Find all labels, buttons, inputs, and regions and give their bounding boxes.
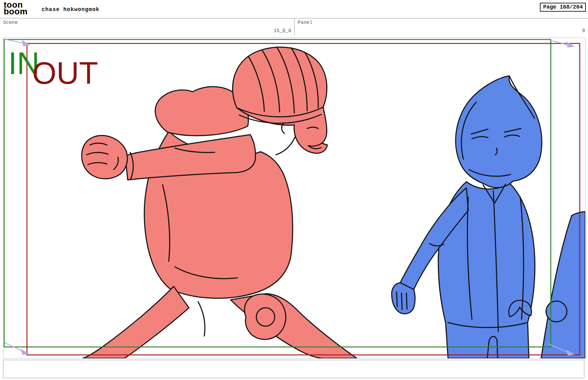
panel-cell: Panel 9	[295, 18, 588, 35]
scene-value: 15_D_6	[273, 28, 294, 35]
red-ok-hand	[244, 294, 286, 339]
panel-value: 9	[582, 28, 588, 35]
camera-out-label: OUT	[32, 56, 98, 91]
red-left-leg	[83, 286, 189, 358]
scene-panel-row: Scene 15_D_6 Panel 9	[0, 18, 588, 35]
panel-label: Panel	[295, 18, 588, 25]
page-number-badge: Page 168/264	[540, 3, 586, 12]
blue-skateboard	[541, 212, 585, 358]
caption-box	[3, 360, 584, 378]
red-character	[82, 47, 357, 358]
blue-hood	[456, 76, 542, 188]
camera-arrowhead-top-right	[567, 42, 574, 47]
red-fist	[82, 136, 127, 179]
storyboard-panel: IN OUT	[3, 38, 586, 359]
project-title: chase hokwongmok	[42, 6, 100, 13]
blue-skateboard-wheel	[546, 301, 567, 322]
scene-label: Scene	[0, 18, 294, 25]
blue-character	[392, 76, 585, 358]
storyboard-drawing: IN OUT	[3, 38, 585, 358]
toonboom-logo: toon boom	[4, 2, 28, 15]
logo-word-bottom: boom	[4, 8, 28, 15]
scene-cell: Scene 15_D_6	[0, 18, 295, 35]
